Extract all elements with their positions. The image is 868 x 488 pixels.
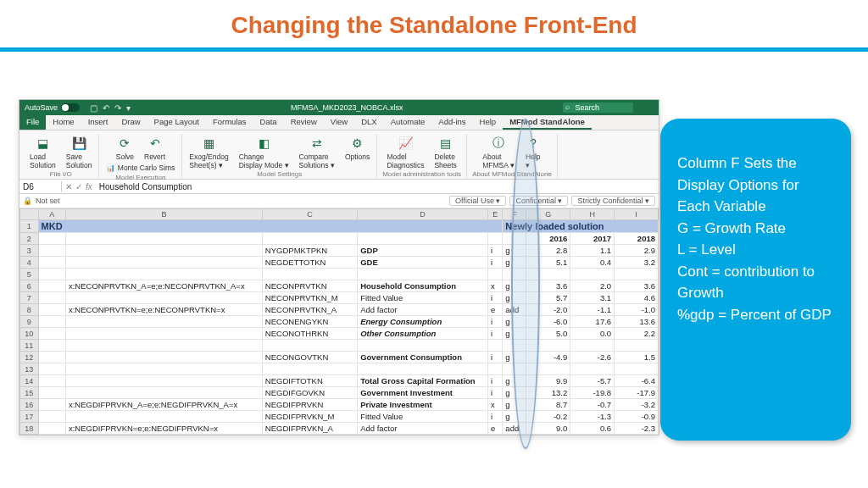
cell[interactable]: MKD xyxy=(38,220,503,233)
cell[interactable]: g xyxy=(503,352,526,363)
cell[interactable] xyxy=(570,363,615,375)
cell[interactable]: g xyxy=(503,245,526,257)
cell[interactable] xyxy=(570,340,615,352)
cell[interactable] xyxy=(65,269,262,280)
cell[interactable]: GDE xyxy=(358,257,488,269)
cell[interactable] xyxy=(65,257,262,269)
cell[interactable]: 5.0 xyxy=(526,328,570,340)
cell[interactable] xyxy=(503,269,526,280)
cell[interactable]: i xyxy=(488,375,503,387)
cell[interactable] xyxy=(488,233,503,245)
cell[interactable]: NEGDIFPRVKN_M xyxy=(262,411,357,423)
column-header[interactable]: A xyxy=(38,209,65,220)
ribbon-button[interactable]: ↶Revert xyxy=(142,134,167,162)
cell[interactable]: i xyxy=(488,316,503,328)
ribbon-button[interactable]: ⇄CompareSolutions ▾ xyxy=(298,134,337,170)
cell[interactable]: NECONOTHRKN xyxy=(262,328,357,340)
cell[interactable]: x xyxy=(488,280,503,292)
cell[interactable]: 3.6 xyxy=(615,280,659,292)
cell[interactable] xyxy=(615,340,659,352)
cell[interactable]: 2016 xyxy=(526,233,570,245)
cell[interactable] xyxy=(38,257,65,269)
cell[interactable]: NECONPRVTKN_M xyxy=(262,292,357,304)
cell[interactable]: i xyxy=(488,257,503,269)
cell[interactable]: 3.2 xyxy=(615,257,659,269)
cell[interactable] xyxy=(488,363,503,375)
autosave-toggle[interactable]: AutoSave xyxy=(19,103,85,112)
ribbon-button[interactable]: ▤DeleteSheets xyxy=(432,134,458,170)
cell[interactable]: NECONPRVTKN_A xyxy=(262,304,357,316)
cell[interactable]: e xyxy=(488,423,503,435)
cell[interactable] xyxy=(570,269,615,280)
cell[interactable]: Energy Consumption xyxy=(358,316,488,328)
cell[interactable] xyxy=(65,316,262,328)
cell[interactable] xyxy=(262,233,357,245)
ribbon-button[interactable]: 💾SaveSolution xyxy=(64,134,94,170)
cell[interactable]: Newly loaded solution xyxy=(503,220,659,233)
cell[interactable] xyxy=(38,411,65,423)
cell[interactable]: x xyxy=(488,399,503,411)
ribbon-button[interactable]: ?Help▾ xyxy=(523,134,543,170)
cell[interactable]: 9.0 xyxy=(526,423,570,435)
undo-icon[interactable]: ↶ xyxy=(103,103,109,113)
cell[interactable] xyxy=(38,352,65,363)
cell[interactable]: 5.7 xyxy=(526,292,570,304)
cell[interactable] xyxy=(65,233,262,245)
ribbon-button[interactable]: ⬓LoadSolution xyxy=(28,134,58,170)
cell[interactable]: g xyxy=(503,375,526,387)
cell[interactable]: 4.6 xyxy=(615,292,659,304)
cell[interactable]: -5.7 xyxy=(570,375,615,387)
cell[interactable]: g xyxy=(503,328,526,340)
tab-insert[interactable]: Insert xyxy=(81,115,115,130)
tab-formulas[interactable]: Formulas xyxy=(206,115,253,130)
quick-access-toolbar[interactable]: ▢ ↶ ↷ ▾ xyxy=(85,103,131,113)
tab-page-layout[interactable]: Page Layout xyxy=(147,115,206,130)
confidential-chip[interactable]: Confidential ▾ xyxy=(509,196,568,206)
cell[interactable]: -4.9 xyxy=(526,352,570,363)
cell[interactable] xyxy=(358,233,488,245)
cell[interactable] xyxy=(262,269,357,280)
cell[interactable] xyxy=(38,269,65,280)
ribbon-button[interactable]: 📈ModelDiagnostics xyxy=(385,134,426,170)
cell[interactable]: 2017 xyxy=(570,233,615,245)
tab-file[interactable]: File xyxy=(19,115,46,130)
cell[interactable]: -0.9 xyxy=(615,411,659,423)
cell[interactable]: -1.3 xyxy=(570,411,615,423)
cell[interactable]: NEGDIFPRVKN_A xyxy=(262,423,357,435)
cell[interactable]: Other Consumption xyxy=(358,328,488,340)
cell[interactable]: 3.1 xyxy=(570,292,615,304)
cell[interactable] xyxy=(358,269,488,280)
tab-view[interactable]: View xyxy=(324,115,354,130)
cell[interactable]: NEGDIFTOTKN xyxy=(262,375,357,387)
tab-draw[interactable]: Draw xyxy=(114,115,147,130)
cell[interactable]: Fitted Value xyxy=(358,411,488,423)
cell[interactable]: 0.6 xyxy=(570,423,615,435)
qat-dropdown-icon[interactable]: ▾ xyxy=(126,103,131,113)
cell[interactable] xyxy=(615,269,659,280)
cell[interactable] xyxy=(526,363,570,375)
cell[interactable] xyxy=(262,363,357,375)
cell[interactable] xyxy=(358,363,488,375)
cell[interactable]: 8.7 xyxy=(526,399,570,411)
cell[interactable]: -1.0 xyxy=(615,304,659,316)
cell[interactable]: add xyxy=(503,304,526,316)
cell[interactable] xyxy=(65,245,262,257)
redo-icon[interactable]: ↷ xyxy=(114,103,121,113)
cell[interactable]: -2.0 xyxy=(526,304,570,316)
column-header[interactable]: H xyxy=(570,209,615,220)
cell[interactable]: 3.6 xyxy=(526,280,570,292)
cell[interactable] xyxy=(65,328,262,340)
cell[interactable]: NYGDPMKTPKN xyxy=(262,245,357,257)
cell[interactable]: -0.2 xyxy=(526,411,570,423)
cell[interactable]: Private Investment xyxy=(358,399,488,411)
cell[interactable] xyxy=(358,340,488,352)
ribbon-button[interactable]: ⟳Solve xyxy=(114,134,136,162)
cell[interactable] xyxy=(38,304,65,316)
row-header[interactable]: 12 xyxy=(20,352,39,363)
cell[interactable] xyxy=(488,340,503,352)
cell[interactable] xyxy=(526,340,570,352)
cell[interactable]: g xyxy=(503,257,526,269)
cell[interactable]: -17.9 xyxy=(615,387,659,399)
cell[interactable]: 2018 xyxy=(615,233,659,245)
cell[interactable] xyxy=(38,340,65,352)
